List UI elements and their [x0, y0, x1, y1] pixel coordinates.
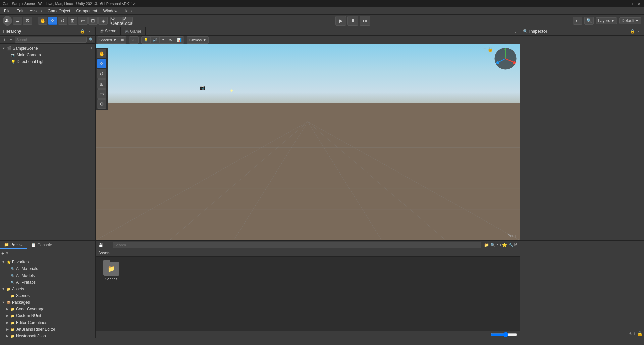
- scale-tool-button[interactable]: ⊞: [68, 17, 77, 25]
- 2d-button[interactable]: 2D: [129, 37, 138, 43]
- step-button[interactable]: ⏭: [360, 16, 370, 26]
- menu-assets[interactable]: Assets: [27, 8, 44, 14]
- collab-settings-button[interactable]: ⚙: [23, 17, 32, 25]
- hand-tool-button[interactable]: ✋: [38, 17, 47, 25]
- newtonsoft-json-icon: 📁: [10, 333, 15, 338]
- inspector-lock-button[interactable]: 🔒: [629, 28, 635, 34]
- shading-dropdown-button[interactable]: Shaded ▼: [97, 37, 119, 43]
- samplescene-menu-button[interactable]: ⋮: [89, 46, 94, 51]
- scene-rotate-tool[interactable]: ↺: [97, 69, 106, 79]
- maximize-button[interactable]: □: [629, 1, 634, 6]
- axis-gizmo[interactable]: x y z: [494, 47, 517, 70]
- hierarchy-search-all-button[interactable]: 🔍: [88, 37, 94, 43]
- assets-label: Assets: [12, 287, 24, 291]
- scene-info-icon[interactable]: ℹ: [634, 331, 636, 336]
- scene-warning-icon[interactable]: ⚠: [628, 331, 633, 336]
- layout-arrow-icon: ▼: [635, 18, 639, 23]
- window-controls[interactable]: ─ □ ✕: [622, 1, 641, 6]
- menu-window[interactable]: Window: [100, 8, 120, 14]
- assets-view-button[interactable]: 🔍: [490, 243, 495, 247]
- favorites-item[interactable]: ▼ ⭐ Favorites: [0, 259, 95, 265]
- editor-coroutines-item[interactable]: ▶ 📁 Editor Coroutines: [0, 319, 95, 326]
- menu-file[interactable]: File: [1, 8, 13, 14]
- scene-fx-button[interactable]: ✦: [160, 37, 167, 43]
- hierarchy-menu-button[interactable]: ⋮: [87, 28, 93, 34]
- scene-audio-button[interactable]: 🔊: [151, 37, 160, 43]
- scene-hand-tool[interactable]: ✋: [97, 49, 106, 58]
- scene-lock-icon[interactable]: 🔒: [487, 46, 493, 52]
- hierarchy-item-main-camera[interactable]: 📷 Main Camera: [0, 52, 95, 58]
- close-button[interactable]: ✕: [637, 1, 641, 6]
- scene-hidden-button[interactable]: 👁: [167, 37, 175, 43]
- custom-nunit-item[interactable]: ▶ 📁 Custom NUnit: [0, 312, 95, 319]
- project-add-arrow[interactable]: ▼: [5, 251, 9, 255]
- scene-viewport[interactable]: ✋ ✛ ↺ ⊞ ▭ ⚙ 📷 ✦: [96, 44, 520, 240]
- play-button[interactable]: ▶: [335, 16, 346, 26]
- samplescene-label: SampleScene: [13, 46, 38, 51]
- all-models-item[interactable]: 🔍 All Models: [0, 272, 95, 279]
- game-tab[interactable]: 🎮 Game: [121, 27, 146, 35]
- pause-button[interactable]: ⏸: [347, 16, 358, 26]
- scenes-asset-item[interactable]: 📁 Scenes: [100, 261, 123, 282]
- undo-history-button[interactable]: ↩: [573, 17, 582, 25]
- account-button[interactable]: JL: [3, 16, 12, 26]
- project-tab[interactable]: 📁 Project: [0, 241, 27, 249]
- code-coverage-item[interactable]: ▶ 📁 Code Coverage: [0, 306, 95, 312]
- minimize-button[interactable]: ─: [622, 1, 627, 6]
- menu-help[interactable]: Help: [121, 8, 135, 14]
- cloud-button[interactable]: ☁: [13, 17, 22, 25]
- menu-edit[interactable]: Edit: [14, 8, 26, 14]
- scene-error-icon[interactable]: 🔒: [637, 331, 643, 336]
- scenes-tree-item[interactable]: 📁 Scenes: [0, 292, 95, 299]
- hierarchy-item-directional-light[interactable]: 💡 Directional Light: [0, 58, 95, 65]
- rect-tool-button[interactable]: ▭: [78, 17, 88, 25]
- local-button[interactable]: ⊙ Local: [123, 17, 133, 25]
- assets-zoom-slider[interactable]: [490, 332, 517, 337]
- assets-favorites-button[interactable]: ⭐: [502, 243, 507, 247]
- packages-tree-item[interactable]: ▼ 📦 Packages: [0, 299, 95, 306]
- jetbrains-rider-item[interactable]: ▶ 📁 JetBrains Rider Editor: [0, 326, 95, 333]
- assets-tree-item[interactable]: ▼ 📁 Assets: [0, 286, 95, 292]
- hierarchy-add-button[interactable]: +: [1, 37, 7, 43]
- transform-tool-button[interactable]: ⊡: [88, 17, 98, 25]
- move-tool-button[interactable]: ✛: [48, 17, 57, 25]
- all-materials-item[interactable]: 🔍 All Materials: [0, 265, 95, 272]
- all-models-icon: 🔍: [10, 273, 15, 278]
- scene-panel-menu-button[interactable]: ⋮: [513, 29, 519, 35]
- assets-search-input[interactable]: [113, 242, 481, 248]
- scene-rect-tool[interactable]: ▭: [97, 89, 106, 99]
- layout-dropdown[interactable]: Default ▼: [619, 17, 641, 24]
- layers-dropdown[interactable]: Layers ▼: [596, 17, 617, 24]
- scene-stats-button[interactable]: 📊: [175, 37, 184, 43]
- all-prefabs-item[interactable]: 🔍 All Prefabs: [0, 279, 95, 286]
- menu-component[interactable]: Component: [73, 8, 100, 14]
- toolbar-separator-2: [110, 17, 111, 24]
- menu-gameobject[interactable]: GameObject: [45, 8, 73, 14]
- console-tab[interactable]: 📋 Console: [27, 241, 56, 249]
- wireframe-toggle-button[interactable]: ⊞: [119, 37, 126, 43]
- hierarchy-dropdown-arrow[interactable]: ▼: [9, 37, 13, 42]
- gizmos-button[interactable]: Gizmos ▼: [187, 37, 208, 43]
- hierarchy-lock-button[interactable]: 🔒: [79, 28, 85, 34]
- samplescene-arrow-icon[interactable]: ▼: [1, 46, 6, 51]
- scene-options-icon[interactable]: ≡: [483, 46, 486, 52]
- pivot-button[interactable]: ⊙ Center: [113, 17, 123, 25]
- project-add-button[interactable]: +: [1, 251, 4, 256]
- inspector-menu-button[interactable]: ⋮: [635, 28, 641, 34]
- scene-transform-tool[interactable]: ⚙: [97, 99, 106, 109]
- search-button[interactable]: 🔍: [584, 17, 594, 25]
- assets-label-button[interactable]: 🏷: [497, 243, 501, 247]
- scene-move-tool[interactable]: ✛: [97, 59, 106, 68]
- assets-save-button[interactable]: 💾: [98, 243, 103, 247]
- scene-tab[interactable]: 🎬 Scene: [96, 27, 121, 35]
- custom-tool-button[interactable]: ◈: [98, 17, 108, 25]
- scene-light-button[interactable]: 💡: [142, 37, 151, 43]
- hierarchy-search-input[interactable]: [15, 37, 87, 43]
- scene-scale-tool[interactable]: ⊞: [97, 79, 106, 89]
- newtonsoft-json-item[interactable]: ▶ 📁 Newtonsoft Json: [0, 333, 95, 338]
- assets-menu-button[interactable]: ⋮: [106, 243, 110, 247]
- hierarchy-item-samplescene[interactable]: ▼ 🎬 SampleScene ⋮: [0, 45, 95, 52]
- all-prefabs-label: All Prefabs: [16, 280, 36, 285]
- assets-filter-button[interactable]: 📁: [484, 243, 489, 247]
- rotate-tool-button[interactable]: ↺: [58, 17, 67, 25]
